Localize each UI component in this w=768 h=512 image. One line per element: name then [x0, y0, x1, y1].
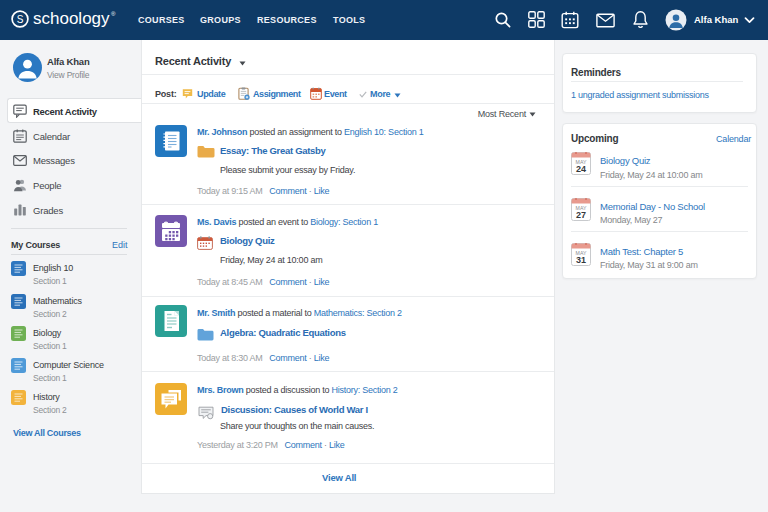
- svg-text:24: 24: [576, 164, 586, 174]
- svg-text:S: S: [17, 14, 24, 25]
- svg-text:27: 27: [576, 210, 586, 220]
- svg-text:31: 31: [576, 255, 586, 265]
